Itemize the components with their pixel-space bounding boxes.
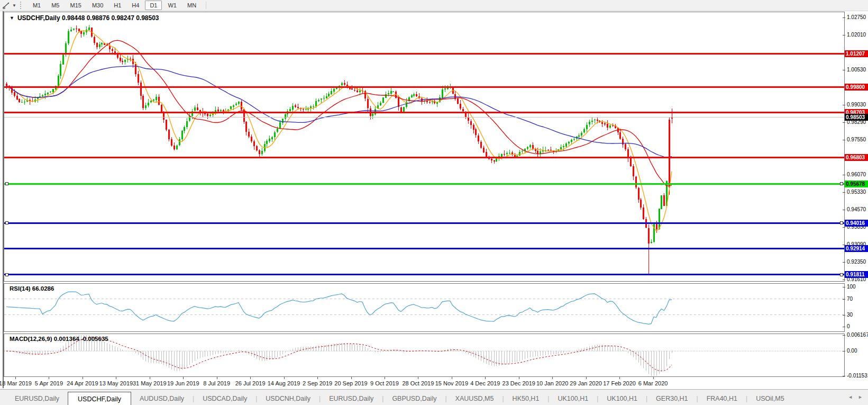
toolbar-grip[interactable] — [20, 2, 23, 9]
axis-tick-label: 0.006167 — [847, 332, 868, 338]
axis-tick-label: 0.99030 — [847, 102, 866, 107]
date-label: 15 Nov 2019 — [435, 380, 468, 386]
ohlc-low: 0.98247 — [111, 14, 134, 22]
timeframe-button-m1[interactable]: M1 — [28, 1, 45, 10]
date-tick-mark — [351, 377, 352, 379]
axis-tick-mark — [843, 210, 845, 210]
date-tick-mark — [15, 377, 16, 379]
timeframe-button-d1[interactable]: D1 — [145, 1, 162, 10]
macd-signal-value: -0.005635 — [81, 336, 108, 342]
date-tick-mark — [452, 377, 452, 379]
rsi-panel[interactable]: RSI(14) 66.0286 — [4, 283, 845, 332]
macd-panel[interactable]: MACD(12,26,9) 0.001364 -0.005635 — [4, 334, 845, 377]
tab-ger30-h1[interactable]: GER30,H1 — [647, 393, 696, 404]
date-tick-mark — [49, 377, 49, 379]
toolbar-separator — [206, 2, 206, 9]
tab-gbpusd-daily[interactable]: GBPUSD,Daily — [383, 393, 445, 404]
timeframe-button-m5[interactable]: M5 — [47, 1, 64, 10]
line-studies-icon[interactable] — [2, 1, 11, 10]
date-tick-mark — [250, 377, 251, 379]
axis-tick-mark — [843, 70, 845, 70]
macd-chart[interactable] — [4, 334, 844, 376]
tab-scroll-left-icon[interactable]: ◄ — [848, 394, 853, 400]
tab-uk100-h1[interactable]: UK100,H1 — [598, 393, 646, 404]
date-label: 24 Apr 2019 — [67, 380, 98, 386]
chart-title: ▼USDCHF,Daily 0.98448 0.98876 0.98247 0.… — [10, 14, 159, 22]
date-tick-mark — [619, 377, 620, 379]
date-tick-mark — [83, 377, 83, 379]
tab-usoil-m5[interactable]: USOil,M5 — [747, 393, 792, 404]
timeframe-buttons: M1M5M15M30H1H4D1W1MN — [28, 1, 202, 10]
axis-tick-mark — [843, 140, 845, 140]
axis-tick-label: 0.94570 — [847, 206, 866, 212]
rsi-value: 66.0286 — [32, 285, 54, 292]
axis-tick-mark — [843, 287, 845, 287]
timeframe-button-h1[interactable]: H1 — [109, 1, 126, 10]
timeframe-button-w1[interactable]: W1 — [163, 1, 181, 10]
chart-title-caret-icon[interactable]: ▼ — [10, 15, 14, 21]
axis-tick-label: 1.02010 — [847, 32, 866, 38]
date-tick-mark — [653, 377, 654, 379]
axis-tick-mark — [843, 122, 845, 123]
tab-usdcad-daily[interactable]: USDCAD,Daily — [194, 393, 255, 404]
date-tick-mark — [385, 377, 385, 379]
tab-usdchf-daily[interactable]: USDCHF,Daily — [68, 392, 131, 405]
axis-tick-mark — [843, 262, 845, 263]
axis-tick-label: 0.95330 — [847, 189, 866, 195]
date-label: 28 Oct 2019 — [402, 380, 434, 386]
date-tick-mark — [150, 377, 150, 379]
axis-tick-label: 0.96070 — [847, 172, 866, 177]
date-label: 4 Dec 2019 — [470, 380, 500, 386]
axis-tick-mark — [843, 315, 845, 316]
axis-tick-label: 100 — [847, 284, 856, 290]
date-tick-mark — [284, 377, 285, 379]
main-chart[interactable] — [4, 12, 844, 281]
main-chart-panel[interactable]: ▼USDCHF,Daily 0.98448 0.98876 0.98247 0.… — [4, 12, 845, 282]
macd-value: 0.001364 — [54, 336, 79, 342]
date-tick-mark — [116, 377, 116, 379]
date-label: 17 Feb 2020 — [603, 380, 636, 386]
price-line-label-101207: 1.01207 — [845, 50, 868, 57]
tab-scroll-right-icon[interactable]: ► — [858, 394, 863, 400]
tab-uk100-h1[interactable]: UK100,H1 — [549, 393, 597, 404]
tab-audusd-daily[interactable]: AUDUSD,Daily — [131, 393, 193, 404]
tab-eurusd-daily[interactable]: EURUSD,Daily — [321, 393, 382, 404]
date-axis[interactable]: 18 Mar 20195 Apr 201924 Apr 201913 May 2… — [4, 377, 845, 389]
timeframe-toolbar: ▼ M1M5M15M30H1H4D1W1MN — [0, 0, 868, 11]
tab-usdcnh-daily[interactable]: USDCNH,Daily — [257, 393, 319, 404]
timeframe-button-m30[interactable]: M30 — [87, 1, 108, 10]
tab-xauusd-m5[interactable]: XAUUSD,M5 — [447, 393, 502, 404]
date-tick-mark — [552, 377, 553, 379]
axis-tick-mark — [843, 299, 845, 300]
axis-tick-mark — [843, 227, 845, 228]
axis-tick-label: 30 — [847, 312, 853, 318]
tab-eurusd-daily[interactable]: EURUSD,Daily — [6, 393, 68, 404]
date-label: 13 May 2019 — [99, 380, 133, 386]
price-line-label-094016: 0.94016 — [845, 220, 868, 227]
date-label: 10 Jan 2020 — [536, 380, 569, 386]
price-line-label-096803: 0.96803 — [845, 154, 868, 161]
tab-hk50-h1[interactable]: HK50,H1 — [504, 393, 548, 404]
timeframe-button-mn[interactable]: MN — [182, 1, 201, 10]
date-label: 2 Sep 2019 — [303, 380, 332, 386]
rsi-chart[interactable] — [4, 284, 844, 331]
timeframe-button-m15[interactable]: M15 — [65, 1, 86, 10]
date-label: 9 Oct 2019 — [370, 380, 399, 386]
date-label: 14 Aug 2019 — [268, 380, 300, 386]
axis-tick-mark — [843, 351, 845, 352]
ohlc-open: 0.98448 — [62, 14, 85, 22]
axis-tick-mark — [843, 105, 845, 105]
axis-tick-mark — [843, 327, 845, 327]
mt4-window: ▼ M1M5M15M30H1H4D1W1MN ▼USDCHF,Daily 0.9… — [0, 0, 868, 405]
date-tick-mark — [519, 377, 519, 379]
price-line-label-099800: 0.99800 — [845, 84, 868, 91]
price-axis[interactable]: 1.027501.020101.005300.990300.982900.975… — [845, 11, 868, 388]
line-studies-dropdown-caret-icon[interactable]: ▼ — [12, 3, 16, 8]
axis-tick-label: 0.00 — [847, 348, 857, 354]
date-label: 8 Jul 2019 — [203, 380, 230, 386]
tab-fra40-h1[interactable]: FRA40,H1 — [698, 393, 746, 404]
timeframe-button-h4[interactable]: H4 — [127, 1, 144, 10]
date-tick-mark — [317, 377, 318, 379]
date-tick-mark — [485, 377, 486, 379]
axis-tick-mark — [843, 35, 845, 35]
